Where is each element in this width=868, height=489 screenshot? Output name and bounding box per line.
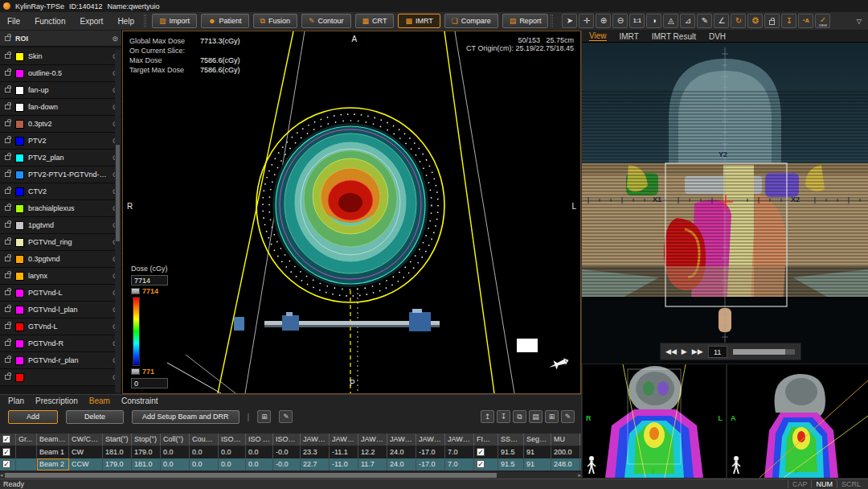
toolbar-import-button[interactable]: ▥Import <box>152 14 197 28</box>
value-cell[interactable]: -0.0 <box>273 446 301 458</box>
forward-button[interactable]: ▶▶ <box>692 348 703 355</box>
roi-color-swatch[interactable] <box>15 323 24 331</box>
toolbar-fusion-button[interactable]: ⧉Fusion <box>253 14 297 28</box>
profile-icon[interactable]: ⊿ <box>680 14 695 28</box>
col-coll[interactable]: Coll(°) <box>161 434 190 446</box>
save-icon[interactable]: ↧ <box>781 14 796 28</box>
col-jaw-x2[interactable]: JAW X2... <box>358 434 387 446</box>
value-cell[interactable]: 0.0 <box>161 458 190 471</box>
toolbar-overflow-icon[interactable]: ▽ <box>857 18 862 25</box>
roi-row-1pgtvnd[interactable]: 1pgtvnd⊙ <box>0 217 121 234</box>
ssd-cell[interactable]: 91.5 <box>498 458 524 471</box>
col-fixed[interactable]: FIXED <box>474 434 498 446</box>
col-start[interactable]: Start(°) <box>103 434 132 446</box>
mu-cell[interactable]: 200.0 <box>551 446 580 458</box>
roi-row-skin[interactable]: Skin⊙ <box>0 48 121 65</box>
coronal-dose-viewport[interactable]: R L F <box>582 364 727 479</box>
lock-icon[interactable] <box>5 172 10 177</box>
grid-icon[interactable]: ⊞ <box>545 410 559 423</box>
beam-tab-constraint[interactable]: Constraint <box>121 397 158 405</box>
roi-color-swatch[interactable] <box>15 154 24 162</box>
right-tab-dvh[interactable]: DVH <box>709 32 726 41</box>
lock-icon[interactable] <box>5 54 10 59</box>
table-icon[interactable]: ▤ <box>529 410 542 423</box>
fixed-checkbox[interactable]: ✓ <box>474 458 498 471</box>
value-cell[interactable]: -11.0 <box>330 458 358 471</box>
add-setup-beam-drr-button[interactable]: Add Setup Beam and DRR <box>132 410 240 424</box>
roi-row-fan-down[interactable]: fan-down⊙ <box>0 99 121 116</box>
roi-color-swatch[interactable] <box>15 86 24 95</box>
roi-color-swatch[interactable] <box>15 255 24 264</box>
roi-row-outline-0-5[interactable]: outline-0.5⊙ <box>0 65 121 82</box>
col-jaw-y1[interactable]: JAW Y1... <box>416 434 445 446</box>
right-tab-imrt[interactable]: IMRT <box>620 32 639 41</box>
beam-tab-plan[interactable]: Plan <box>8 397 24 405</box>
roi-row-0-3pgtvnd[interactable]: 0.3pgtvnd⊙ <box>0 251 121 268</box>
lock-icon[interactable] <box>5 307 10 312</box>
col-cw-ccw[interactable]: CW/CCW <box>69 434 103 446</box>
roi-row-gtvnd-l[interactable]: GTVnd-L⊙ <box>0 318 121 335</box>
col-iso-y-c[interactable]: ISO Y[c... <box>246 434 273 446</box>
lock-icon[interactable] <box>5 105 10 109</box>
beam-id-cell[interactable]: Beam 2 <box>37 458 69 471</box>
lock-icon[interactable] <box>5 88 10 92</box>
angle-icon[interactable]: ∠ <box>714 14 729 28</box>
col-iso-x-c[interactable]: ISO X[c... <box>219 434 246 446</box>
eye-icon[interactable]: ⊙ <box>112 35 118 43</box>
ssd-cell[interactable]: 91.5 <box>498 446 524 458</box>
lock-icon[interactable] <box>5 273 10 278</box>
roi-color-swatch[interactable] <box>15 373 24 382</box>
col-jaw-y-c[interactable]: JAW Y[c... <box>387 434 416 446</box>
dose-max-input[interactable]: 7714 <box>131 275 168 286</box>
window-level-icon[interactable]: ◬ <box>663 14 678 28</box>
value-cell[interactable]: 0.0 <box>190 458 219 471</box>
duplicate-icon[interactable]: ⧉ <box>513 410 526 423</box>
roi-row-0-3ptv2[interactable]: 0.3ptv2⊙ <box>0 116 121 133</box>
roi-row[interactable]: ⊙ <box>0 369 121 386</box>
value-cell[interactable]: 22.7 <box>301 458 330 471</box>
lock-icon[interactable] <box>5 155 10 160</box>
col-segment[interactable]: Segment <box>524 434 551 446</box>
value-cell[interactable]: 179.0 <box>103 458 132 471</box>
axial-ct-viewport[interactable]: Global Max Dose7713.3(cGy)On Current Sli… <box>122 31 581 394</box>
segment-index-value[interactable]: 11 <box>708 346 727 358</box>
roi-row-ptv2-ptv1-pgtvnd-pgtvn[interactable]: PTV2-PTV1-PGTVnd-PGTVn:⊙ <box>0 166 121 183</box>
toolbar-crt-button[interactable]: ▦CRT <box>355 14 395 28</box>
roi-color-swatch[interactable] <box>15 204 24 213</box>
roi-color-swatch[interactable] <box>15 221 24 230</box>
export-up-icon[interactable]: ↥ <box>481 410 494 423</box>
select-all-checkbox[interactable]: ✓ <box>0 434 16 446</box>
menu-function[interactable]: Function <box>27 17 72 26</box>
value-cell[interactable]: 0.0 <box>219 458 246 471</box>
right-tab-imrt-result[interactable]: IMRT Result <box>652 32 696 41</box>
col-mu[interactable]: MU <box>551 434 580 446</box>
actual-size-icon[interactable]: 1:1 <box>629 14 645 28</box>
roi-color-swatch[interactable] <box>15 356 24 365</box>
value-cell[interactable]: CW <box>69 446 103 458</box>
roi-row-pgtvnd-l[interactable]: PGTVnd-L⊙ <box>0 285 121 302</box>
roi-row-pgtvnd-l-plan[interactable]: PGTVnd-l_plan⊙ <box>0 302 121 318</box>
dose-min-input[interactable]: 0 <box>131 378 168 388</box>
value-cell[interactable]: -0.0 <box>273 458 301 471</box>
value-cell[interactable]: 7.0 <box>445 458 474 471</box>
col-beam-id[interactable]: Beam ID <box>37 434 69 446</box>
edit-beam-icon[interactable]: ✎ <box>279 410 293 423</box>
lock-icon[interactable] <box>5 206 10 211</box>
beam-table-hscrollbar[interactable]: ◂ ▸ <box>0 472 581 479</box>
value-cell[interactable]: -11.1 <box>330 446 358 458</box>
beam-row-beam-1[interactable]: ✓Beam 1CW181.0179.00.00.00.00.0-0.023.3-… <box>0 446 581 458</box>
roi-color-swatch[interactable] <box>15 289 24 298</box>
value-cell[interactable]: 181.0 <box>132 458 161 471</box>
roi-color-swatch[interactable] <box>15 103 24 112</box>
roi-color-swatch[interactable] <box>15 171 24 179</box>
toolbar-report-button[interactable]: ▤Report <box>502 14 549 28</box>
lock-icon[interactable] <box>5 121 10 126</box>
roi-color-swatch[interactable] <box>15 339 24 348</box>
roi-row-brachialplexus[interactable]: brachialplexus⊙ <box>0 200 121 217</box>
roi-row-ctv2[interactable]: CTV2⊙ <box>0 183 121 200</box>
zoom-in-icon[interactable]: ⊕ <box>596 14 611 28</box>
roi-row-pgtvnd-ring[interactable]: PGTVnd_ring⊙ <box>0 234 121 251</box>
roi-color-swatch[interactable] <box>15 306 24 314</box>
lock-icon[interactable] <box>5 257 10 261</box>
value-cell[interactable]: -17.0 <box>416 446 445 458</box>
